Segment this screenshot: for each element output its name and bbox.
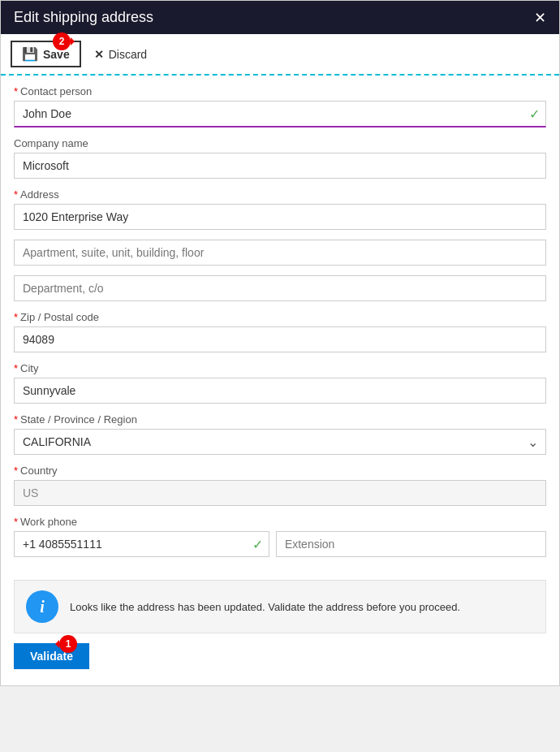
required-star-zip: * — [14, 311, 18, 323]
badge-1: 1 — [59, 635, 77, 653]
address-line2-input[interactable] — [14, 240, 546, 266]
state-label: *State / Province / Region — [14, 413, 546, 426]
validate-section: Validate 1 — [1, 643, 559, 685]
required-star: * — [14, 85, 18, 97]
modal-title: Edit shipping address — [14, 9, 153, 26]
required-star-address: * — [14, 188, 18, 201]
company-name-input-wrapper — [14, 153, 546, 179]
work-phone-label: *Work phone — [14, 516, 546, 528]
state-select-wrapper: CALIFORNIA TEXAS NEW YORK FLORIDA ⌄ — [14, 429, 546, 455]
zip-input[interactable] — [14, 326, 546, 352]
extension-input-wrap — [276, 531, 546, 557]
address-line1-label: *Address — [14, 188, 546, 201]
address-line3-input[interactable] — [14, 275, 546, 301]
info-icon: i — [40, 598, 45, 616]
contact-person-input-wrapper: ✓ — [14, 101, 546, 127]
save-icon: 💾 — [22, 46, 38, 62]
work-phone-group: *Work phone ✓ — [14, 516, 546, 557]
required-star-city: * — [14, 362, 18, 374]
country-input — [14, 480, 546, 506]
address-line3-input-wrapper — [14, 275, 546, 301]
address-line1-group: *Address — [14, 188, 546, 230]
form-body: *Contact person ✓ Company name *Address — [1, 76, 559, 580]
state-select[interactable]: CALIFORNIA TEXAS NEW YORK FLORIDA — [14, 429, 546, 455]
required-star-country: * — [14, 465, 18, 477]
contact-person-group: *Contact person ✓ — [14, 85, 546, 127]
info-icon-circle: i — [26, 590, 58, 623]
city-input[interactable] — [14, 378, 546, 404]
discard-label: Discard — [109, 48, 147, 61]
discard-button[interactable]: ✕ Discard — [94, 48, 147, 61]
zip-label: *Zip / Postal code — [14, 311, 546, 323]
country-label: *Country — [14, 465, 546, 477]
badge-2: 2 — [53, 32, 71, 50]
zip-group: *Zip / Postal code — [14, 311, 546, 352]
info-bar: i Looks like the address has been update… — [14, 580, 546, 633]
company-name-input[interactable] — [14, 153, 546, 179]
info-message: Looks like the address has been updated.… — [70, 601, 460, 613]
required-star-state: * — [14, 413, 18, 426]
city-group: *City — [14, 362, 546, 404]
address-line1-input-wrapper — [14, 204, 546, 230]
work-phone-input[interactable] — [14, 531, 269, 557]
modal-header: Edit shipping address ✕ — [1, 1, 559, 34]
extension-input[interactable] — [276, 531, 546, 557]
address-line2-group — [14, 240, 546, 266]
phone-check-icon: ✓ — [252, 537, 263, 552]
state-group: *State / Province / Region CALIFORNIA TE… — [14, 413, 546, 455]
company-name-label: Company name — [14, 137, 546, 149]
edit-shipping-modal: Edit shipping address ✕ 💾 Save 2 ✕ Disca… — [0, 0, 560, 686]
address-line3-group — [14, 275, 546, 301]
city-input-wrapper — [14, 378, 546, 404]
country-input-wrapper — [14, 480, 546, 506]
discard-x-icon: ✕ — [94, 48, 104, 61]
save-button-wrap: 💾 Save 2 — [11, 41, 81, 67]
contact-person-input[interactable] — [14, 101, 546, 127]
address-line1-input[interactable] — [14, 204, 546, 230]
company-name-group: Company name — [14, 137, 546, 179]
contact-person-label: *Contact person — [14, 85, 546, 97]
close-button[interactable]: ✕ — [534, 11, 546, 25]
required-star-phone: * — [14, 516, 18, 528]
toolbar: 💾 Save 2 ✕ Discard — [1, 34, 559, 76]
address-line2-input-wrapper — [14, 240, 546, 266]
phone-row: ✓ — [14, 531, 546, 557]
country-group: *Country — [14, 465, 546, 506]
phone-input-wrap: ✓ — [14, 531, 269, 557]
zip-input-wrapper — [14, 326, 546, 352]
city-label: *City — [14, 362, 546, 374]
